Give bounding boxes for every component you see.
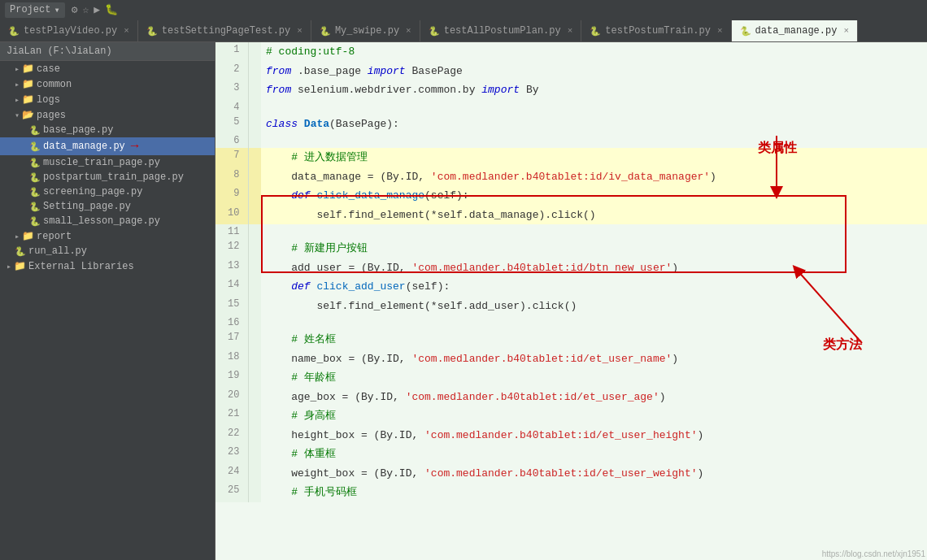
py-file-icon: 🐍 [29,187,41,198]
sidebar-item-label: run_all.py [28,245,87,257]
settings-icon[interactable]: ⚙ [72,3,78,16]
main-layout: JiaLan (F:\JiaLan) 📁 case 📁 common 📁 log… [0,42,927,560]
line-gutter [248,80,261,100]
watermark: https://blog.csdn.net/xjn1951 [822,549,925,558]
code-table: 1 # coding:utf-8 2 from .base_page impor… [215,42,927,502]
sidebar-item-label: screening_page.py [43,186,142,198]
sidebar-item-data-manage[interactable]: 🐍 data_manage.py → [0,137,215,155]
code-content: # 手机号码框 [261,483,927,502]
sidebar-item-base-page[interactable]: 🐍 base_page.py [0,123,215,137]
code-content: height_box = (By.ID, 'com.medlander.b40t… [261,426,927,445]
sidebar-item-muscle-train[interactable]: 🐍 muscle_train_page.py [0,155,215,170]
code-content: from selenium.webdriver.common.by import… [261,80,927,100]
tab-myswipe[interactable]: 🐍 My_swipe.py × [311,20,420,41]
line-gutter [248,483,261,502]
code-row-8: 8 data_manage = (By.ID, 'com.medlander.b… [215,167,927,187]
code-row-3: 3 from selenium.webdriver.common.by impo… [215,80,927,100]
tab-close-icon[interactable]: × [717,26,723,36]
tab-testPostumTrain[interactable]: 🐍 testPostumTrain.py × [581,20,731,41]
sidebar-item-label: small_lesson_page.py [43,215,160,227]
tab-close-icon[interactable]: × [568,26,573,36]
tab-close-icon[interactable]: × [843,26,849,36]
sidebar-item-common[interactable]: 📁 common [0,76,215,92]
line-number: 24 [215,464,248,484]
code-row-21: 21 # 身高框 [215,406,927,426]
code-content [261,224,927,239]
line-number: 20 [215,388,248,407]
code-row-17: 17 # 姓名框 [215,330,927,349]
tab-close-icon[interactable]: × [406,26,411,36]
code-editor[interactable]: 1 # coding:utf-8 2 from .base_page impor… [215,42,927,560]
line-number: 2 [215,62,248,81]
debug-icon[interactable]: 🐛 [105,3,118,16]
code-content: def click_data_manage(self): [261,186,927,206]
line-number: 11 [215,224,248,239]
line-gutter [248,464,261,484]
sidebar-item-label: case [37,63,60,75]
tab-testAllPostum[interactable]: 🐍 testAllPostumPlan.py × [420,20,582,41]
sidebar-item-case[interactable]: 📁 case [0,61,215,76]
code-content: name_box = (By.ID, 'com.medlander.b40tab… [261,349,927,369]
py-icon: 🐍 [146,26,158,37]
sidebar-item-label: muscle_train_page.py [43,157,160,168]
build-icon[interactable]: ☆ [82,3,89,16]
code-content: # 进入数据管理 [261,148,927,167]
code-row-16: 16 [215,315,927,330]
code-content [261,100,927,115]
line-number: 4 [215,100,248,115]
line-gutter [248,133,261,148]
tab-close-icon[interactable]: × [124,26,129,36]
code-row-23: 23 # 体重框 [215,445,927,464]
code-content: def click_add_user(self): [261,277,927,297]
sidebar-item-run-all[interactable]: 🐍 run_all.py [0,244,215,258]
tab-close-icon[interactable]: × [297,26,302,36]
sidebar-item-label: report [37,231,72,242]
sidebar-item-external-libs[interactable]: 📁 External Libraries [0,258,215,274]
sidebar-item-report[interactable]: 📁 report [0,228,215,244]
folder-icon: 📁 [14,260,26,272]
py-icon: 🐍 [320,26,331,37]
code-row-12: 12 # 新建用户按钮 [215,239,927,258]
sidebar-item-pages[interactable]: 📂 pages [0,107,215,123]
sidebar-item-label: base_page.py [43,124,113,136]
line-gutter [248,258,261,278]
line-number: 25 [215,483,248,502]
code-content: age_box = (By.ID, 'com.medlander.b40tabl… [261,388,927,407]
tab-testPlayVideo[interactable]: 🐍 testPlayVideo.py × [0,20,138,41]
tab-data-manage[interactable]: 🐍 data_manage.py × [732,20,858,41]
py-file-icon: 🐍 [29,216,41,227]
line-number: 22 [215,426,248,445]
code-content [261,133,927,148]
toolbar-icons: ⚙ ☆ ▶ 🐛 [72,3,118,16]
project-label: Project [10,4,50,15]
sidebar-item-screening[interactable]: 🐍 screening_page.py [0,184,215,199]
code-row-5: 5 class Data(BasePage): [215,115,927,134]
sidebar-item-label: Setting_page.py [43,201,131,212]
code-row-1: 1 # coding:utf-8 [215,42,927,62]
py-file-icon: 🐍 [29,202,41,212]
line-gutter [248,349,261,369]
line-number: 9 [215,186,248,206]
code-content: # 身高框 [261,406,927,426]
project-selector[interactable]: Project ▾ [5,2,65,18]
folder-icon: 📂 [22,109,34,121]
line-gutter [248,426,261,445]
tab-label: testSettingPageTest.py [162,25,290,37]
code-content: self.find_element(*self.add_user).click(… [261,297,927,316]
tab-testSettingPage[interactable]: 🐍 testSettingPageTest.py × [138,20,311,41]
code-row-4: 4 [215,100,927,115]
line-gutter [248,42,261,62]
sidebar-item-postpartum[interactable]: 🐍 postpartum_train_page.py [0,170,215,184]
line-number: 6 [215,133,248,148]
sidebar-item-setting[interactable]: 🐍 Setting_page.py [0,199,215,214]
run-icon[interactable]: ▶ [94,3,100,16]
sidebar-item-logs[interactable]: 📁 logs [0,92,215,107]
sidebar-item-small-lesson[interactable]: 🐍 small_lesson_page.py [0,214,215,228]
line-number: 17 [215,330,248,349]
code-row-19: 19 # 年龄框 [215,368,927,388]
chevron-down-icon: ▾ [54,4,59,16]
line-gutter [248,330,261,349]
tab-label: testPostumTrain.py [605,25,711,37]
code-row-7: 7 # 进入数据管理 [215,148,927,167]
line-gutter [248,368,261,388]
